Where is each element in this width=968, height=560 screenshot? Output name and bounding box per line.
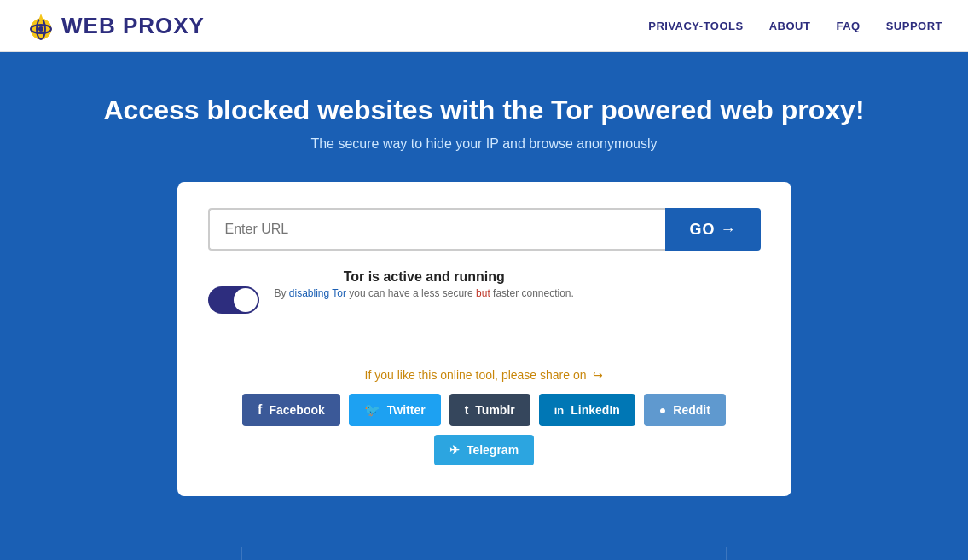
tor-but-text: but — [476, 287, 490, 299]
share-text: If you like this online tool, please sha… — [208, 368, 761, 382]
hero-subheadline: The secure way to hide your IP and brows… — [26, 136, 942, 152]
tumblr-icon: t — [465, 403, 469, 417]
proxy-card: GO → Tor is active and running By disabl… — [177, 182, 791, 496]
nav-about[interactable]: ABOUT — [769, 20, 811, 32]
twitter-button[interactable]: 🐦 Twitter — [349, 394, 441, 426]
svg-marker-4 — [38, 14, 43, 20]
site-header: WEB PROXY PRIVACY-TOOLS ABOUT FAQ SUPPOR… — [0, 0, 968, 52]
tor-text: Tor is active and running By disabling T… — [275, 269, 574, 330]
svg-point-3 — [38, 26, 43, 32]
nav-faq[interactable]: FAQ — [836, 20, 860, 32]
nav-support[interactable]: SUPPORT — [886, 20, 942, 32]
tor-toggle[interactable] — [208, 286, 259, 314]
tor-row: Tor is active and running By disabling T… — [208, 269, 761, 349]
url-row: GO → — [208, 208, 761, 251]
toggle-knob — [234, 288, 258, 312]
tor-description: By disabling Tor you can have a less sec… — [275, 287, 574, 299]
tumblr-button[interactable]: t Tumblr — [449, 394, 530, 426]
tor-title: Tor is active and running — [275, 269, 574, 285]
logo-icon — [26, 10, 56, 41]
reddit-button[interactable]: ● Reddit — [644, 394, 726, 426]
linkedin-icon: in — [554, 404, 565, 417]
footer-find-email[interactable]: ↗ Find anyone's email address — [484, 547, 727, 560]
url-input[interactable] — [208, 208, 666, 251]
nav-privacy-tools[interactable]: PRIVACY-TOOLS — [648, 20, 743, 32]
telegram-icon: ✈ — [449, 443, 460, 457]
tor-disable-link[interactable]: disabling Tor — [289, 287, 346, 299]
social-buttons: f Facebook 🐦 Twitter t Tumblr in LinkedI… — [208, 394, 761, 465]
linkedin-button[interactable]: in LinkedIn — [539, 394, 635, 426]
facebook-icon: f — [258, 402, 262, 418]
telegram-button[interactable]: ✈ Telegram — [434, 435, 534, 465]
footer-bar: ↗ Disposable Temporary Email ↗ Share sel… — [0, 547, 968, 560]
facebook-button[interactable]: f Facebook — [242, 394, 340, 426]
footer-disposable-email[interactable]: ↗ Disposable Temporary Email — [0, 547, 242, 560]
share-arrow-icon: ↪ — [593, 368, 603, 382]
main-nav: PRIVACY-TOOLS ABOUT FAQ SUPPORT — [648, 20, 942, 32]
logo[interactable]: WEB PROXY — [26, 10, 205, 41]
twitter-icon: 🐦 — [364, 402, 380, 418]
go-button[interactable]: GO → — [665, 208, 760, 251]
reddit-icon: ● — [659, 403, 666, 417]
hero-headline: Access blocked websites with the Tor pow… — [26, 95, 942, 126]
logo-text: WEB PROXY — [61, 13, 205, 39]
footer-protect-email[interactable]: ↗ Protect your email address — [727, 547, 968, 560]
hero-section: Access blocked websites with the Tor pow… — [0, 52, 968, 547]
footer-self-destructing-notes[interactable]: ↗ Share self-destructing notes — [242, 547, 484, 560]
